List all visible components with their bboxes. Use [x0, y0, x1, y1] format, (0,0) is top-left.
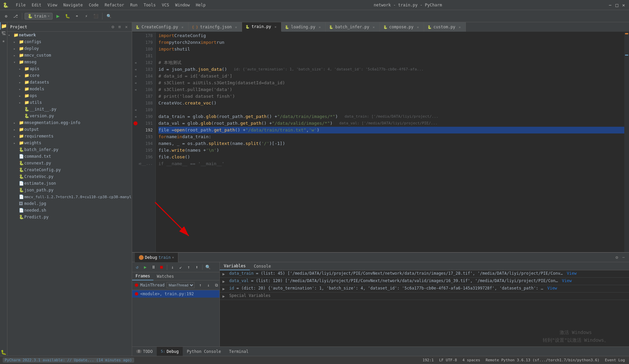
- menu-run[interactable]: Run: [127, 2, 140, 8]
- profile-toolbar-btn[interactable]: ⚡: [82, 12, 90, 20]
- stop-toolbar-btn[interactable]: ⬛: [92, 12, 100, 20]
- tree-item[interactable]: ▸ 📁 mmsegmentation.egg-info: [7, 119, 132, 126]
- git-toolbar-btn[interactable]: ⎇: [11, 12, 20, 20]
- tree-item[interactable]: ▸ 📁 deploy: [7, 45, 132, 52]
- tree-item[interactable]: 📄 needed.sh: [7, 207, 132, 214]
- tree-item[interactable]: 🐍 version.py: [7, 113, 132, 119]
- var-view-link[interactable]: View: [562, 278, 572, 283]
- var-view-link[interactable]: View: [567, 271, 576, 276]
- debug-run-to-cursor-btn[interactable]: ⬆: [193, 264, 201, 271]
- tree-item[interactable]: 🐍 batch_infer.py: [7, 146, 132, 153]
- tree-item[interactable]: 🐍 __init__.py: [7, 106, 132, 113]
- tree-item[interactable]: ▸ 📁 mmcv_custom: [7, 52, 132, 59]
- tab-custom[interactable]: 🐍 custom.py ✕: [424, 22, 466, 32]
- project-collapse-btn[interactable]: ≡: [117, 24, 122, 30]
- debug-settings-btn[interactable]: ⚙: [614, 255, 620, 260]
- frames-tab[interactable]: Frames: [132, 272, 153, 280]
- debug-pause-btn[interactable]: ⏸: [150, 264, 157, 271]
- menu-view[interactable]: View: [45, 2, 60, 8]
- menu-tools[interactable]: Tools: [141, 2, 158, 8]
- var-expand-btn[interactable]: ▶: [222, 293, 228, 299]
- var-item-data-val[interactable]: ▶ data_val = (list: 120) ['/media/DATA/l…: [220, 278, 629, 285]
- menu-code[interactable]: Code: [86, 2, 101, 8]
- tree-item[interactable]: ▸ 📁 core: [7, 72, 132, 79]
- tree-item[interactable]: 🐍 CreateVoc.py: [7, 173, 132, 180]
- thread-copy-btn[interactable]: ⧉: [213, 281, 219, 289]
- tree-item[interactable]: ▸ 📁 apis: [7, 65, 132, 72]
- tab-close-batchinfer[interactable]: ✕: [371, 25, 376, 29]
- debug-main-tab[interactable]: Debug train ✕: [135, 253, 178, 262]
- menu-refactor[interactable]: Refactor: [102, 2, 127, 8]
- var-expand-btn[interactable]: ▶: [222, 271, 228, 276]
- code-editor[interactable]: ◀ ◀ ◀ ◀ ◀: [132, 32, 629, 252]
- tab-train[interactable]: 🐍 train.py ✕: [242, 22, 281, 32]
- tab-close-train[interactable]: ✕: [273, 24, 278, 29]
- tree-item[interactable]: ▸ 📁 configs: [7, 38, 132, 45]
- tree-item[interactable]: 🐍 json_path.py: [7, 187, 132, 193]
- var-item-data-train[interactable]: ▶ data_train = (list: 45) ['/media/DATA/…: [220, 270, 629, 278]
- maximize-button[interactable]: □: [614, 2, 620, 8]
- var-item-id[interactable]: ▶ id = (dict: 20) {'auto_termination': 1…: [220, 285, 629, 293]
- tab-close-compose[interactable]: ✕: [416, 25, 420, 29]
- menu-help[interactable]: Help: [193, 2, 208, 8]
- frame-item[interactable]: <module>, train.py:192: [132, 290, 219, 298]
- tree-item[interactable]: ▸ 📁 models: [7, 86, 132, 92]
- tab-close-custom[interactable]: ✕: [457, 25, 462, 29]
- tab-todo[interactable]: 8 TODO: [132, 347, 157, 356]
- debug-stop-btn[interactable]: ⏹: [158, 264, 165, 271]
- tab-python-console[interactable]: Python Console: [183, 347, 225, 356]
- tree-item[interactable]: ▸ 📁 utils: [7, 99, 132, 106]
- tree-item[interactable]: ▾ 📁 mmseg: [7, 59, 132, 65]
- debug-step-into-btn[interactable]: ↙: [177, 264, 184, 271]
- status-event-log[interactable]: Event Log: [603, 358, 626, 362]
- debug-step-over-btn[interactable]: ↓: [169, 264, 176, 271]
- console-tab[interactable]: Console: [250, 262, 275, 270]
- tree-item[interactable]: 📄 command.txt: [7, 153, 132, 160]
- debug-evaluate-btn[interactable]: 🔍: [204, 264, 212, 271]
- var-item-special[interactable]: ▶ Special Variables: [220, 293, 629, 300]
- tab-terminal[interactable]: Terminal: [225, 347, 252, 356]
- debug-minimize-btn[interactable]: −: [621, 255, 626, 260]
- project-settings-btn[interactable]: ⚙: [110, 24, 116, 30]
- status-update[interactable]: PyCharm 2022.3.1 available: // Update...…: [3, 358, 134, 363]
- tree-item[interactable]: 🐍 convnext.py: [7, 160, 132, 166]
- tab-compose[interactable]: 🐍 compose.py ✕: [380, 22, 424, 32]
- debug-resume-btn[interactable]: ▶: [142, 264, 149, 271]
- menu-window[interactable]: Window: [173, 2, 192, 8]
- thread-up-btn[interactable]: ↑: [197, 281, 204, 289]
- tree-item[interactable]: ▸ 📁 weights: [7, 140, 132, 146]
- tree-item[interactable]: ▸ 📁 ops: [7, 92, 132, 99]
- tab-close-createconfig[interactable]: ✕: [180, 25, 185, 29]
- status-interpreter[interactable]: Remote Python 3.6.13 (sf.../torch1.7/bin…: [484, 358, 601, 362]
- debug-restart-btn[interactable]: ↺: [133, 264, 141, 271]
- sidebar-project-icon[interactable]: 📁: [0, 22, 7, 30]
- thread-selector[interactable]: MainThread: [167, 282, 194, 288]
- tree-root[interactable]: ▾ 📁 network: [7, 32, 132, 38]
- search-everywhere-btn[interactable]: 🔍: [105, 12, 113, 20]
- tab-close-loading[interactable]: ✕: [317, 25, 322, 29]
- thread-down-btn[interactable]: ↓: [205, 281, 212, 289]
- watches-tab[interactable]: Watches: [153, 272, 177, 280]
- tree-item[interactable]: ▸ 📁 requirements: [7, 133, 132, 140]
- menu-file[interactable]: File: [13, 2, 28, 8]
- menu-vcs[interactable]: VCS: [159, 2, 172, 8]
- tree-item[interactable]: 🐍 Predict.py: [7, 214, 132, 220]
- coverage-toolbar-btn[interactable]: ☂: [73, 12, 81, 20]
- minimize-button[interactable]: −: [607, 2, 613, 8]
- sidebar-structure-icon[interactable]: 🏗: [0, 30, 7, 37]
- sidebar-favorites-icon[interactable]: ★: [0, 37, 7, 44]
- var-expand-btn[interactable]: ▶: [222, 286, 228, 291]
- menu-navigate[interactable]: Navigate: [61, 2, 86, 8]
- sidebar-debug-icon[interactable]: 🐛: [0, 348, 7, 356]
- tree-item[interactable]: 📄 estimate.json: [7, 180, 132, 187]
- menu-edit[interactable]: Edit: [29, 2, 44, 8]
- debug-step-out-btn[interactable]: ↑: [185, 264, 192, 271]
- tab-close-traincfg[interactable]: ✕: [234, 25, 238, 29]
- tree-item[interactable]: 🖼 model.jpg: [7, 200, 132, 207]
- variables-tab[interactable]: Variables: [220, 262, 250, 270]
- var-view-link[interactable]: View: [547, 286, 557, 291]
- tree-item[interactable]: 📄 mmcv_full-1.2.7+torch1.7.0+cu110-cp38-…: [7, 193, 132, 200]
- tab-createconfig[interactable]: 🐍 CreateConfig.py ✕: [132, 22, 188, 32]
- tab-loading[interactable]: 🐍 loading.py ✕: [281, 22, 326, 32]
- run-button[interactable]: ▶: [54, 12, 62, 20]
